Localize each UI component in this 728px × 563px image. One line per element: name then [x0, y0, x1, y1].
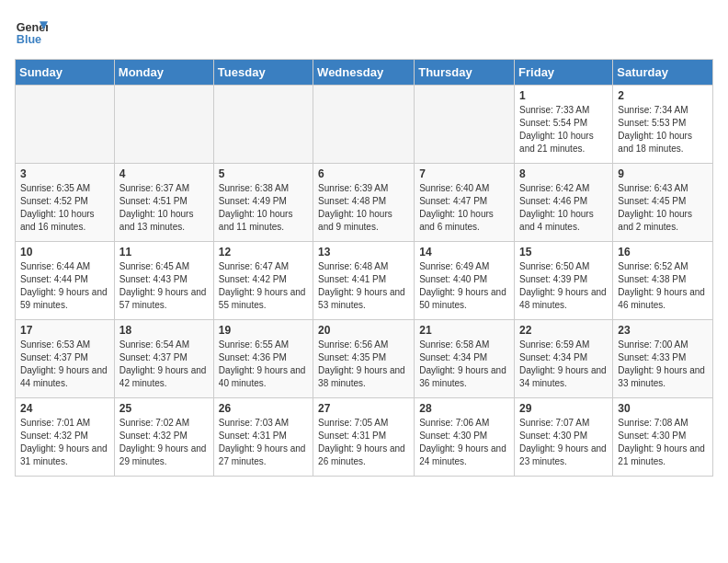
day-number: 8 [519, 167, 608, 180]
calendar-week-row: 1Sunrise: 7:33 AM Sunset: 5:54 PM Daylig… [16, 86, 713, 164]
calendar-cell: 21Sunrise: 6:58 AM Sunset: 4:34 PM Dayli… [415, 320, 515, 398]
calendar-cell: 26Sunrise: 7:03 AM Sunset: 4:31 PM Dayli… [213, 398, 313, 477]
calendar-header-sunday: Sunday [16, 60, 115, 86]
calendar-cell: 28Sunrise: 7:06 AM Sunset: 4:30 PM Dayli… [415, 398, 515, 477]
day-info: Sunrise: 6:35 AM Sunset: 4:52 PM Dayligh… [20, 182, 109, 234]
day-number: 25 [119, 402, 209, 415]
day-number: 6 [318, 167, 409, 180]
day-number: 26 [219, 402, 308, 415]
calendar-header-row: SundayMondayTuesdayWednesdayThursdayFrid… [16, 60, 713, 86]
calendar-cell: 11Sunrise: 6:45 AM Sunset: 4:43 PM Dayli… [114, 242, 213, 320]
day-info: Sunrise: 7:08 AM Sunset: 4:30 PM Dayligh… [618, 417, 708, 468]
day-info: Sunrise: 6:42 AM Sunset: 4:46 PM Dayligh… [519, 182, 608, 234]
day-info: Sunrise: 7:03 AM Sunset: 4:31 PM Dayligh… [219, 417, 308, 468]
day-number: 16 [618, 246, 708, 259]
day-number: 30 [618, 402, 708, 415]
day-info: Sunrise: 6:48 AM Sunset: 4:41 PM Dayligh… [318, 260, 409, 312]
day-info: Sunrise: 6:59 AM Sunset: 4:34 PM Dayligh… [519, 339, 608, 390]
day-info: Sunrise: 6:55 AM Sunset: 4:36 PM Dayligh… [219, 339, 308, 390]
day-info: Sunrise: 7:34 AM Sunset: 5:53 PM Dayligh… [618, 104, 708, 155]
calendar-cell: 27Sunrise: 7:05 AM Sunset: 4:31 PM Dayli… [313, 398, 415, 477]
day-info: Sunrise: 6:47 AM Sunset: 4:42 PM Dayligh… [219, 260, 308, 312]
day-info: Sunrise: 6:39 AM Sunset: 4:48 PM Dayligh… [318, 182, 409, 234]
calendar-cell: 12Sunrise: 6:47 AM Sunset: 4:42 PM Dayli… [213, 242, 313, 320]
calendar-cell: 30Sunrise: 7:08 AM Sunset: 4:30 PM Dayli… [613, 398, 713, 477]
day-number: 29 [519, 402, 608, 415]
calendar-cell: 3Sunrise: 6:35 AM Sunset: 4:52 PM Daylig… [16, 164, 115, 242]
day-number: 22 [519, 324, 608, 337]
logo: General Blue [15, 15, 51, 48]
day-info: Sunrise: 6:49 AM Sunset: 4:40 PM Dayligh… [419, 260, 509, 312]
day-number: 10 [20, 246, 109, 259]
calendar-cell: 14Sunrise: 6:49 AM Sunset: 4:40 PM Dayli… [415, 242, 515, 320]
calendar-cell: 16Sunrise: 6:52 AM Sunset: 4:38 PM Dayli… [613, 242, 713, 320]
calendar-body: 1Sunrise: 7:33 AM Sunset: 5:54 PM Daylig… [16, 86, 713, 477]
day-info: Sunrise: 6:52 AM Sunset: 4:38 PM Dayligh… [618, 260, 708, 312]
day-info: Sunrise: 6:54 AM Sunset: 4:37 PM Dayligh… [119, 339, 209, 390]
day-number: 2 [618, 89, 708, 102]
day-info: Sunrise: 6:50 AM Sunset: 4:39 PM Dayligh… [519, 260, 608, 312]
calendar-cell: 8Sunrise: 6:42 AM Sunset: 4:46 PM Daylig… [515, 164, 613, 242]
svg-text:Blue: Blue [17, 33, 41, 46]
calendar-cell: 1Sunrise: 7:33 AM Sunset: 5:54 PM Daylig… [515, 86, 613, 164]
day-number: 17 [20, 324, 109, 337]
calendar-header-thursday: Thursday [415, 60, 515, 86]
calendar-cell [415, 86, 515, 164]
calendar-header-monday: Monday [114, 60, 213, 86]
day-number: 3 [20, 167, 109, 180]
day-info: Sunrise: 6:37 AM Sunset: 4:51 PM Dayligh… [119, 182, 209, 234]
day-number: 28 [419, 402, 509, 415]
day-number: 24 [20, 402, 109, 415]
calendar-week-row: 10Sunrise: 6:44 AM Sunset: 4:44 PM Dayli… [16, 242, 713, 320]
day-info: Sunrise: 6:45 AM Sunset: 4:43 PM Dayligh… [119, 260, 209, 312]
page-header: General Blue [15, 15, 713, 48]
calendar-cell: 25Sunrise: 7:02 AM Sunset: 4:32 PM Dayli… [114, 398, 213, 477]
calendar-cell: 4Sunrise: 6:37 AM Sunset: 4:51 PM Daylig… [114, 164, 213, 242]
calendar-week-row: 3Sunrise: 6:35 AM Sunset: 4:52 PM Daylig… [16, 164, 713, 242]
calendar-cell [213, 86, 313, 164]
day-number: 4 [119, 167, 209, 180]
calendar-header-tuesday: Tuesday [213, 60, 313, 86]
day-number: 12 [219, 246, 308, 259]
day-number: 23 [618, 324, 708, 337]
calendar-cell: 15Sunrise: 6:50 AM Sunset: 4:39 PM Dayli… [515, 242, 613, 320]
calendar-week-row: 24Sunrise: 7:01 AM Sunset: 4:32 PM Dayli… [16, 398, 713, 477]
day-number: 14 [419, 246, 509, 259]
calendar-header-wednesday: Wednesday [313, 60, 415, 86]
day-number: 11 [119, 246, 209, 259]
calendar-cell [114, 86, 213, 164]
calendar-cell: 2Sunrise: 7:34 AM Sunset: 5:53 PM Daylig… [613, 86, 713, 164]
day-number: 5 [219, 167, 308, 180]
calendar-cell: 9Sunrise: 6:43 AM Sunset: 4:45 PM Daylig… [613, 164, 713, 242]
day-number: 20 [318, 324, 409, 337]
day-info: Sunrise: 7:00 AM Sunset: 4:33 PM Dayligh… [618, 339, 708, 390]
day-info: Sunrise: 6:58 AM Sunset: 4:34 PM Dayligh… [419, 339, 509, 390]
day-info: Sunrise: 7:02 AM Sunset: 4:32 PM Dayligh… [119, 417, 209, 468]
day-info: Sunrise: 7:33 AM Sunset: 5:54 PM Dayligh… [519, 104, 608, 155]
day-info: Sunrise: 7:05 AM Sunset: 4:31 PM Dayligh… [318, 417, 409, 468]
day-number: 13 [318, 246, 409, 259]
day-number: 7 [419, 167, 509, 180]
day-number: 9 [618, 167, 708, 180]
calendar-cell: 7Sunrise: 6:40 AM Sunset: 4:47 PM Daylig… [415, 164, 515, 242]
calendar-week-row: 17Sunrise: 6:53 AM Sunset: 4:37 PM Dayli… [16, 320, 713, 398]
day-info: Sunrise: 6:40 AM Sunset: 4:47 PM Dayligh… [419, 182, 509, 234]
day-info: Sunrise: 6:53 AM Sunset: 4:37 PM Dayligh… [20, 339, 109, 390]
calendar-cell: 6Sunrise: 6:39 AM Sunset: 4:48 PM Daylig… [313, 164, 415, 242]
calendar-cell: 20Sunrise: 6:56 AM Sunset: 4:35 PM Dayli… [313, 320, 415, 398]
day-info: Sunrise: 7:07 AM Sunset: 4:30 PM Dayligh… [519, 417, 608, 468]
day-info: Sunrise: 6:38 AM Sunset: 4:49 PM Dayligh… [219, 182, 308, 234]
calendar-cell [16, 86, 115, 164]
day-info: Sunrise: 7:01 AM Sunset: 4:32 PM Dayligh… [20, 417, 109, 468]
calendar-header-friday: Friday [515, 60, 613, 86]
calendar-table: SundayMondayTuesdayWednesdayThursdayFrid… [15, 59, 713, 477]
day-info: Sunrise: 6:44 AM Sunset: 4:44 PM Dayligh… [20, 260, 109, 312]
calendar-cell: 17Sunrise: 6:53 AM Sunset: 4:37 PM Dayli… [16, 320, 115, 398]
calendar-cell: 13Sunrise: 6:48 AM Sunset: 4:41 PM Dayli… [313, 242, 415, 320]
day-number: 27 [318, 402, 409, 415]
calendar-cell: 23Sunrise: 7:00 AM Sunset: 4:33 PM Dayli… [613, 320, 713, 398]
calendar-cell: 29Sunrise: 7:07 AM Sunset: 4:30 PM Dayli… [515, 398, 613, 477]
day-number: 15 [519, 246, 608, 259]
day-info: Sunrise: 6:43 AM Sunset: 4:45 PM Dayligh… [618, 182, 708, 234]
logo-icon: General Blue [15, 15, 48, 48]
